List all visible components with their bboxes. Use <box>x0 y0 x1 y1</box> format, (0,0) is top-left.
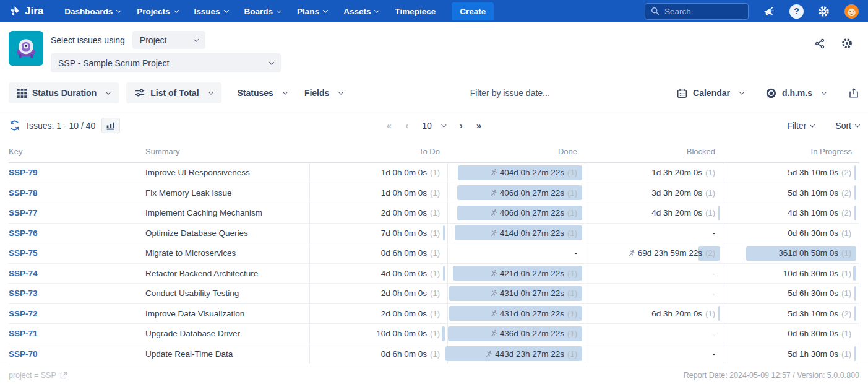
issue-key-link[interactable]: SSP-76 <box>9 229 38 238</box>
issue-key-link[interactable]: SSP-71 <box>9 329 38 338</box>
issue-date-filter[interactable]: Filter by issue date... <box>351 88 668 98</box>
duration-text: 404d 0h 27m 22s(1) <box>490 168 577 177</box>
cell-done[interactable]: 406d 0h 27m 22s(1) <box>447 183 585 203</box>
cell-done[interactable]: 421d 0h 27m 22s(1) <box>447 264 585 284</box>
cell-inprogress[interactable]: 5d 3h 10m 0s(2) <box>723 183 859 203</box>
project-select[interactable]: SSP - Sample Scrum Project <box>51 53 281 72</box>
cell-inprogress[interactable]: 0d 6h 30m 0s(1) <box>723 224 859 243</box>
cell-blocked[interactable]: - <box>585 224 723 243</box>
cell-done[interactable]: 443d 23h 27m 22s(1) <box>447 344 585 364</box>
issue-key-link[interactable]: SSP-78 <box>9 188 38 198</box>
cell-inprogress[interactable]: 5d 1h 30m 0s(1) <box>723 344 859 364</box>
issue-key-link[interactable]: SSP-70 <box>9 349 38 359</box>
view-mode-select[interactable]: List of Total <box>126 82 221 103</box>
duration-text: 1d 0h 0m 0s(1) <box>381 168 440 177</box>
jira-logo[interactable]: Jira <box>9 5 43 17</box>
cell-todo[interactable]: 2d 0h 0m 0s(1) <box>309 203 447 223</box>
transition-count: (1) <box>841 269 851 278</box>
cell-todo[interactable]: 1d 0h 0m 0s(1) <box>309 183 447 203</box>
create-button[interactable]: Create <box>452 2 494 20</box>
project-select-value: SSP - Sample Scrum Project <box>58 58 169 68</box>
nav-item-boards[interactable]: Boards <box>244 7 281 16</box>
cell-todo[interactable]: 2d 0h 0m 0s(1) <box>309 284 447 303</box>
cell-todo[interactable]: 0d 6h 0m 0s(1) <box>309 344 447 364</box>
issue-key-link[interactable]: SSP-72 <box>9 309 38 318</box>
table-row: SSP-75Migrate to Microservices0d 6h 0m 0… <box>9 243 859 264</box>
sort-dropdown[interactable]: Sort <box>835 121 859 131</box>
cell-inprogress[interactable]: 5d 3h 10m 0s(2) <box>723 163 859 183</box>
issue-key-link[interactable]: SSP-75 <box>9 248 38 258</box>
jira-logo-icon <box>9 5 21 17</box>
last-page-button[interactable]: » <box>476 120 481 131</box>
cell-blocked[interactable]: 3d 3h 20m 0s(1) <box>585 183 723 203</box>
cell-todo[interactable]: 0d 6h 0m 0s(1) <box>309 243 447 263</box>
cell-todo[interactable]: 2d 0h 0m 0s(1) <box>309 304 447 324</box>
issue-key-link[interactable]: SSP-73 <box>9 289 38 298</box>
cell-inprogress[interactable]: 0d 6h 30m 0s(1) <box>723 324 859 344</box>
cell-todo[interactable]: 7d 0h 0m 0s(1) <box>309 224 447 243</box>
duration-text: 4d 0h 0m 0s(1) <box>381 269 440 278</box>
cell-blocked[interactable]: 1d 3h 20m 0s(1) <box>585 163 723 183</box>
prev-page-button[interactable]: ‹ <box>405 120 408 131</box>
cell-inprogress[interactable]: 4d 3h 10m 0s(2) <box>723 203 859 223</box>
duration-text: 406d 0h 27m 22s(1) <box>490 188 577 198</box>
global-search[interactable] <box>645 3 749 20</box>
external-link-icon[interactable] <box>59 372 67 380</box>
cell-blocked[interactable]: 69d 23h 59m 22s(2) <box>585 243 723 263</box>
settings-icon[interactable] <box>817 5 830 18</box>
cell-done[interactable]: 404d 0h 27m 22s(1) <box>447 163 585 183</box>
share-icon[interactable] <box>814 38 826 50</box>
report-type-value: Status Duration <box>32 88 97 98</box>
search-input[interactable] <box>664 7 739 16</box>
report-settings-icon[interactable] <box>841 37 853 50</box>
nav-item-projects[interactable]: Projects <box>137 7 178 16</box>
issue-key-link[interactable]: SSP-77 <box>9 208 38 217</box>
cell-inprogress[interactable]: 361d 0h 58m 0s(1) <box>723 243 859 263</box>
calendar-select[interactable]: Calendar <box>668 82 752 103</box>
filter-dropdown[interactable]: Filter <box>787 121 814 131</box>
cell-todo[interactable]: 10d 0h 0m 0s(1) <box>309 324 447 344</box>
nav-item-dashboards[interactable]: Dashboards <box>64 7 121 16</box>
announcements-icon[interactable] <box>762 4 776 18</box>
nav-item-assets[interactable]: Assets <box>343 7 379 16</box>
cell-blocked[interactable]: 6d 3h 20m 0s(1) <box>585 304 723 324</box>
cell-blocked[interactable]: - <box>585 264 723 284</box>
chart-view-button[interactable] <box>101 118 120 133</box>
transition-count: (1) <box>841 289 851 298</box>
time-format-select[interactable]: d.h.m.s <box>757 82 835 103</box>
cell-inprogress[interactable]: 10d 6h 30m 0s(1) <box>723 264 859 284</box>
column-header-in-progress: In Progress <box>723 147 859 156</box>
export-icon[interactable] <box>848 87 859 98</box>
column-header-summary: Summary <box>145 147 309 156</box>
cell-done[interactable]: 431d 0h 27m 22s(1) <box>447 284 585 303</box>
cell-todo[interactable]: 4d 0h 0m 0s(1) <box>309 264 447 284</box>
first-page-button[interactable]: « <box>387 120 392 131</box>
user-avatar[interactable] <box>844 4 859 19</box>
cell-done[interactable]: - <box>447 243 585 263</box>
refresh-icon[interactable] <box>9 120 20 131</box>
statuses-select[interactable]: Statuses <box>229 82 296 103</box>
cell-blocked[interactable]: - <box>585 324 723 344</box>
report-type-select[interactable]: Status Duration <box>9 82 119 103</box>
cell-done[interactable]: 436d 0h 27m 22s(1) <box>447 324 585 344</box>
cell-done[interactable]: 406d 0h 27m 22s(1) <box>447 203 585 223</box>
cell-done[interactable]: 431d 0h 27m 22s(1) <box>447 304 585 324</box>
cell-blocked[interactable]: - <box>585 284 723 303</box>
cell-inprogress[interactable]: 5d 3h 10m 0s(2) <box>723 304 859 324</box>
cell-todo[interactable]: 1d 0h 0m 0s(1) <box>309 163 447 183</box>
help-icon[interactable]: ? <box>789 4 804 19</box>
page-size-select[interactable]: 10 <box>422 121 446 131</box>
cell-blocked[interactable]: - <box>585 344 723 364</box>
issue-key-link[interactable]: SSP-74 <box>9 269 38 278</box>
nav-item-timepiece[interactable]: Timepiece <box>395 7 436 16</box>
next-page-button[interactable]: › <box>460 120 463 131</box>
duration-text: 7d 0h 0m 0s(1) <box>381 229 440 238</box>
issue-key-link[interactable]: SSP-79 <box>9 168 38 177</box>
cell-blocked[interactable]: 4d 3h 20m 0s(1) <box>585 203 723 223</box>
fields-select[interactable]: Fields <box>296 82 351 103</box>
cell-done[interactable]: 414d 0h 27m 22s(1) <box>447 224 585 243</box>
cell-inprogress[interactable]: 5d 6h 30m 0s(1) <box>723 284 859 303</box>
issue-source-select[interactable]: Project <box>132 31 205 49</box>
nav-item-plans[interactable]: Plans <box>297 7 327 16</box>
nav-item-issues[interactable]: Issues <box>194 7 228 16</box>
